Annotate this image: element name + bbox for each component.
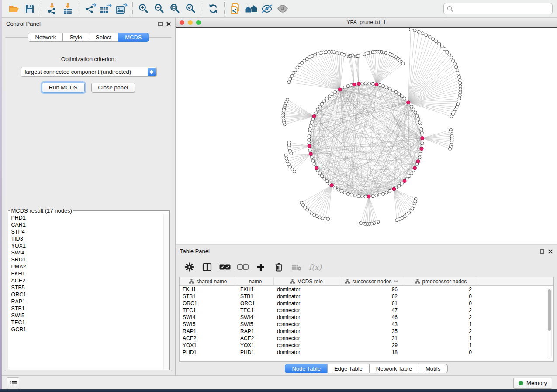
- graph-node[interactable]: [382, 85, 385, 88]
- cell-predecessor-nodes[interactable]: 1: [404, 342, 478, 349]
- graph-node[interactable]: [419, 124, 422, 127]
- graph-node[interactable]: [401, 62, 405, 65]
- cell-mcds-role[interactable]: dominator: [274, 293, 339, 300]
- cell-mcds-role[interactable]: connector: [274, 321, 339, 328]
- graph-node[interactable]: [290, 74, 293, 77]
- mcds-result-item[interactable]: PMA2: [11, 263, 166, 270]
- zoom-fit-icon[interactable]: [167, 1, 183, 16]
- zoom-in-icon[interactable]: [136, 1, 152, 16]
- delete-column-trash-icon[interactable]: [273, 261, 284, 273]
- graph-node[interactable]: [284, 154, 287, 157]
- graph-node[interactable]: [318, 105, 321, 108]
- cell-mcds-role[interactable]: dominator: [274, 300, 339, 307]
- graph-node[interactable]: [435, 40, 438, 43]
- graph-node[interactable]: [359, 222, 362, 225]
- cell-predecessor-nodes[interactable]: 1: [404, 321, 478, 328]
- graph-node[interactable]: [343, 86, 346, 89]
- graph-node[interactable]: [334, 90, 337, 93]
- graph-node[interactable]: [328, 95, 331, 98]
- graph-node[interactable]: [286, 98, 289, 101]
- graph-node[interactable]: [308, 149, 311, 152]
- graph-node[interactable]: [320, 175, 323, 178]
- refresh-icon[interactable]: [205, 1, 221, 16]
- graph-node[interactable]: [308, 135, 311, 138]
- export-table-icon[interactable]: [98, 1, 114, 16]
- graph-node[interactable]: [319, 52, 322, 55]
- graph-node[interactable]: [357, 54, 360, 57]
- graph-node[interactable]: [459, 85, 462, 88]
- graph-node[interactable]: [382, 192, 385, 195]
- cell-successor-nodes[interactable]: 96: [339, 286, 404, 293]
- graph-node[interactable]: [458, 75, 461, 78]
- table-row[interactable]: ORC1ORC1dominator610: [180, 300, 553, 307]
- graph-node[interactable]: [428, 35, 431, 38]
- table-scrollbar-thumb[interactable]: [548, 289, 551, 331]
- cell-name[interactable]: YOX1: [237, 342, 274, 349]
- graph-node[interactable]: [315, 111, 318, 114]
- cell-mcds-role[interactable]: dominator: [274, 328, 339, 335]
- graph-node[interactable]: [453, 62, 456, 65]
- graph-node[interactable]: [346, 192, 349, 195]
- cell-mcds-role[interactable]: connector: [274, 342, 339, 349]
- graph-node[interactable]: [327, 217, 330, 220]
- graph-node[interactable]: [455, 65, 458, 69]
- cell-predecessor-nodes[interactable]: 0: [404, 300, 478, 307]
- cell-name[interactable]: SWI5: [237, 321, 274, 328]
- table-row[interactable]: STB1STB1dominator620: [180, 293, 553, 300]
- show-all-eye-icon[interactable]: [275, 1, 291, 16]
- graph-node[interactable]: [403, 97, 406, 100]
- graph-node[interactable]: [400, 182, 403, 185]
- cell-name[interactable]: TEC1: [237, 307, 274, 314]
- home-icon[interactable]: [243, 1, 259, 16]
- graph-node[interactable]: [418, 156, 421, 159]
- graph-node[interactable]: [324, 217, 327, 220]
- graph-node[interactable]: [287, 141, 291, 144]
- graph-node[interactable]: [375, 194, 378, 197]
- graph-node[interactable]: [448, 53, 451, 56]
- graph-node[interactable]: [343, 191, 346, 194]
- graph-node[interactable]: [412, 108, 415, 111]
- table-row[interactable]: ACE2ACE2connector311: [180, 335, 553, 342]
- column-header-predecessor-nodes[interactable]: predecessor nodes: [404, 277, 478, 285]
- graph-mcds-hub-node[interactable]: [375, 83, 378, 86]
- graph-node[interactable]: [458, 97, 461, 100]
- mcds-result-item[interactable]: SWI4: [11, 249, 166, 256]
- graph-mcds-hub-node[interactable]: [308, 144, 311, 148]
- graph-node[interactable]: [287, 163, 290, 166]
- column-header-shared-name[interactable]: shared name: [180, 277, 237, 285]
- graph-node[interactable]: [419, 152, 422, 155]
- graph-node[interactable]: [309, 124, 312, 127]
- cell-successor-nodes[interactable]: 61: [339, 300, 404, 307]
- graph-node[interactable]: [457, 72, 460, 75]
- graph-node[interactable]: [371, 195, 374, 198]
- graph-mcds-hub-node[interactable]: [420, 147, 423, 151]
- graph-mcds-hub-node[interactable]: [421, 136, 424, 140]
- graph-node[interactable]: [459, 82, 462, 85]
- graph-node[interactable]: [353, 194, 356, 197]
- export-network-icon[interactable]: [82, 1, 98, 16]
- graph-node[interactable]: [364, 195, 367, 198]
- graph-node[interactable]: [310, 156, 313, 159]
- table-row[interactable]: SWI5SWI5connector431: [180, 321, 553, 328]
- graph-node[interactable]: [308, 138, 311, 141]
- graph-node[interactable]: [417, 117, 420, 120]
- graph-mcds-hub-node[interactable]: [413, 166, 417, 170]
- graph-node[interactable]: [311, 159, 315, 162]
- graph-node[interactable]: [398, 93, 401, 96]
- network-canvas[interactable]: [176, 27, 557, 244]
- graph-mcds-hub-node[interactable]: [357, 82, 360, 86]
- mcds-result-item[interactable]: CAR1: [11, 221, 166, 228]
- graph-node[interactable]: [368, 82, 371, 85]
- graph-mcds-hub-node[interactable]: [407, 101, 410, 104]
- tab-node-table[interactable]: Node Table: [285, 364, 328, 373]
- cell-shared-name[interactable]: STB1: [180, 293, 237, 300]
- cell-successor-nodes[interactable]: 62: [339, 293, 404, 300]
- graph-node[interactable]: [388, 87, 391, 90]
- close-panel-button[interactable]: Close panel: [91, 83, 135, 93]
- graph-node[interactable]: [395, 219, 398, 222]
- mcds-result-item[interactable]: ACE2: [11, 277, 166, 284]
- graph-node[interactable]: [385, 86, 388, 89]
- graph-node[interactable]: [420, 131, 423, 134]
- graph-mcds-hub-node[interactable]: [416, 160, 420, 163]
- cell-predecessor-nodes[interactable]: 2: [404, 328, 478, 335]
